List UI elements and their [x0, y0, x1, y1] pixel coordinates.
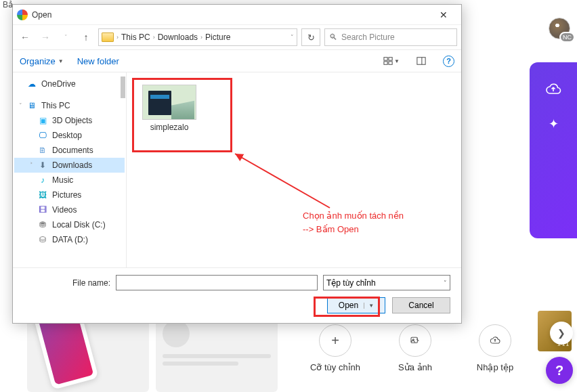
refresh-button[interactable]: ↻	[301, 28, 320, 46]
address-bar[interactable]: › This PC › Downloads › Picture ˅	[98, 28, 297, 46]
cloud-upload-icon[interactable]	[545, 81, 561, 97]
file-list-area[interactable]: simplezalo Chọn ảnh muốn tách nền --> Bấ…	[127, 72, 461, 267]
file-thumbnail	[142, 85, 196, 120]
annotation-arrow	[228, 147, 337, 215]
chevron-down-icon: ˅	[444, 280, 447, 286]
create-options-row: + Cỡ tùy chỉnh Sửa ảnh Nhập tệp	[298, 324, 577, 392]
svg-line-8	[235, 154, 330, 208]
custom-size-label: Cỡ tùy chỉnh	[310, 362, 360, 372]
tree-label: Downloads	[52, 160, 92, 170]
next-button[interactable]: ❯	[550, 322, 573, 345]
filename-label: File name:	[24, 278, 110, 288]
tree-item-desktop[interactable]: 🖵 Desktop	[14, 128, 125, 143]
expand-toggle[interactable]: ˅	[17, 102, 24, 109]
folder-icon	[102, 32, 114, 42]
avatar[interactable]: NC	[549, 18, 570, 39]
avatar-container: NC	[549, 18, 570, 39]
breadcrumb-item[interactable]: Downloads	[158, 32, 198, 42]
tree-item-thispc[interactable]: ˅ 🖥 This PC	[14, 98, 125, 113]
import-file-button[interactable]: Nhập tệp	[465, 324, 526, 392]
chevron-right-icon: ›	[116, 34, 119, 41]
plus-icon: +	[319, 324, 351, 357]
dialog-title: Open	[32, 10, 430, 20]
file-type-filter[interactable]: Tệp tùy chỉnh ˅	[323, 275, 450, 290]
tree-item-music[interactable]: ♪ Music	[14, 173, 125, 188]
tree-item-documents[interactable]: 🗎 Documents	[14, 143, 125, 158]
file-item[interactable]: simplezalo	[139, 85, 200, 132]
custom-size-button[interactable]: + Cỡ tùy chỉnh	[305, 324, 366, 392]
cancel-button[interactable]: Cancel	[392, 297, 450, 313]
help-button[interactable]: ?	[546, 357, 573, 384]
side-gradient-panel: ✦	[530, 62, 577, 238]
dialog-toolbar: Organize ▼ New folder ▼ ?	[13, 49, 461, 72]
tree-item-downloads[interactable]: ˃ ⬇ Downloads	[14, 158, 125, 173]
tree-label: Music	[52, 175, 73, 185]
nav-history-dropdown[interactable]: ˅	[58, 29, 74, 45]
sparkle-icon[interactable]: ✦	[549, 116, 559, 131]
tree-item-onedrive[interactable]: ☁ OneDrive	[14, 77, 125, 91]
pc-icon: 🖥	[26, 100, 37, 111]
svg-rect-5	[389, 62, 392, 64]
pictures-icon: 🖼	[37, 190, 48, 200]
nav-back-button[interactable]: ←	[17, 29, 33, 45]
nav-up-button[interactable]: ↑	[78, 29, 94, 45]
open-label: Open	[339, 301, 358, 310]
view-mode-button[interactable]: ▼	[383, 53, 400, 69]
chevron-down-icon[interactable]: ▼	[364, 303, 374, 309]
music-icon: ♪	[37, 175, 48, 186]
filter-label: Tệp tùy chỉnh	[326, 278, 376, 288]
tree-item-pictures[interactable]: 🖼 Pictures	[14, 188, 125, 202]
chrome-icon	[17, 9, 28, 20]
tree-item-localdisk-c[interactable]: ⛃ Local Disk (C:)	[14, 217, 125, 232]
filename-input[interactable]	[116, 275, 318, 290]
annotation-text: Chọn ảnh muốn tách nền --> Bấm Open	[303, 209, 404, 236]
breadcrumb-item[interactable]: This PC	[121, 32, 150, 42]
tree-item-3dobjects[interactable]: ▣ 3D Objects	[14, 113, 125, 128]
dialog-footer: File name: Tệp tùy chỉnh ˅ Open ▼ Cancel	[13, 268, 461, 323]
folder-tree[interactable]: ☁ OneDrive ˅ 🖥 This PC ▣ 3D Objects 🖵 De…	[13, 72, 127, 267]
new-folder-button[interactable]: New folder	[77, 56, 119, 66]
expand-toggle[interactable]: ˃	[28, 162, 35, 169]
breadcrumb-item[interactable]: Picture	[205, 32, 230, 42]
edit-photo-icon	[399, 324, 431, 357]
organize-label: Organize	[20, 56, 56, 66]
filename-row: File name: Tệp tùy chỉnh ˅	[24, 275, 450, 290]
avatar-badge: NC	[559, 32, 575, 43]
chevron-down-icon: ▼	[58, 58, 64, 64]
svg-rect-6	[417, 58, 425, 65]
tree-label: OneDrive	[41, 79, 76, 89]
dialog-nav-row: ← → ˅ ↑ › This PC › Downloads › Picture …	[13, 25, 461, 49]
close-button[interactable]: ✕	[430, 5, 457, 24]
tree-item-data-d[interactable]: ⛁ DATA (D:)	[14, 232, 125, 247]
organize-menu[interactable]: Organize ▼	[20, 56, 64, 66]
search-box[interactable]: 🔍︎	[324, 28, 457, 46]
help-icon[interactable]: ?	[443, 56, 454, 67]
tree-label: DATA (D:)	[52, 235, 88, 244]
preview-pane-button[interactable]	[413, 53, 429, 69]
cancel-label: Cancel	[408, 301, 433, 310]
tree-label: Local Disk (C:)	[52, 220, 106, 230]
annotation-line: Chọn ảnh muốn tách nền	[303, 209, 404, 223]
search-input[interactable]	[341, 32, 452, 42]
edit-photo-button[interactable]: Sửa ảnh	[385, 324, 446, 392]
tree-label: Videos	[52, 205, 77, 215]
tree-label: Documents	[52, 146, 93, 155]
desktop-icon: 🖵	[37, 130, 48, 141]
chevron-down-icon[interactable]: ˅	[291, 34, 294, 41]
document-icon: 🗎	[37, 145, 48, 156]
tree-label: 3D Objects	[52, 116, 92, 125]
scrollbar-thumb[interactable]	[121, 77, 125, 98]
dialog-body: ☁ OneDrive ˅ 🖥 This PC ▣ 3D Objects 🖵 De…	[13, 72, 461, 268]
tree-item-videos[interactable]: 🎞 Videos	[14, 202, 125, 217]
chevron-right-icon: ›	[200, 34, 202, 41]
buttons-row: Open ▼ Cancel	[24, 297, 450, 313]
svg-rect-4	[384, 62, 387, 64]
cube-icon: ▣	[37, 115, 48, 126]
dialog-titlebar: Open ✕	[13, 5, 461, 25]
nav-forward-button[interactable]: →	[37, 29, 54, 45]
drive-icon: ⛃	[37, 219, 48, 230]
search-icon: 🔍︎	[329, 32, 337, 42]
videos-icon: 🎞	[37, 204, 48, 215]
drive-icon: ⛁	[37, 234, 48, 245]
open-button[interactable]: Open ▼	[327, 297, 385, 313]
